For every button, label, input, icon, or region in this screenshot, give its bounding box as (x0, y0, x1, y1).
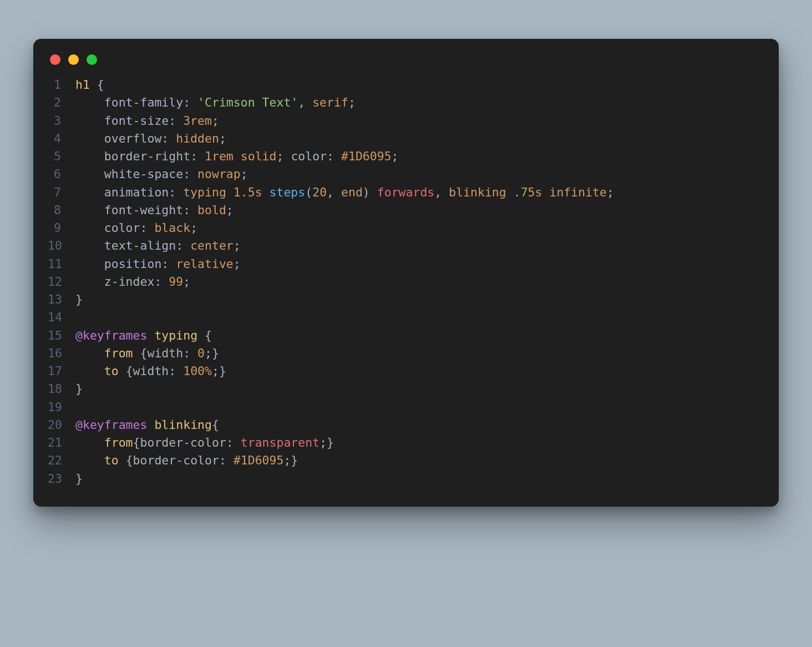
token-plain (75, 453, 104, 467)
token-punc: : (140, 221, 155, 235)
code-line: 20@keyframes blinking{ (48, 416, 764, 434)
token-punc: : (154, 275, 169, 289)
line-number: 17 (48, 362, 75, 380)
token-plain (75, 203, 104, 217)
code-line: 11 position: relative; (48, 255, 764, 273)
token-name: transparent (241, 436, 319, 449)
token-punc: } (75, 382, 83, 396)
code-line: 6 white-space: nowrap; (48, 165, 764, 183)
token-punc: : (226, 436, 241, 449)
code-window: 1h1 {2 font-family: 'Crimson Text', seri… (33, 39, 779, 507)
code-content: @keyframes blinking{ (75, 416, 219, 434)
code-content: color: black; (75, 219, 197, 237)
code-line: 23} (48, 470, 764, 488)
code-editor[interactable]: 1h1 {2 font-family: 'Crimson Text', seri… (33, 72, 779, 507)
token-punc: : (169, 364, 183, 378)
token-prop: font-family (104, 95, 183, 109)
token-plain (75, 346, 104, 360)
minimize-icon[interactable] (68, 54, 79, 65)
token-punc: { (126, 453, 133, 467)
token-punc: ;} (319, 436, 334, 449)
code-line: 1h1 { (48, 76, 764, 94)
line-number: 13 (48, 291, 75, 309)
token-val: typing (183, 185, 226, 199)
token-val: black (154, 221, 190, 235)
line-number: 19 (48, 398, 75, 416)
code-content: position: relative; (75, 255, 241, 273)
token-plain (147, 418, 154, 432)
token-punc: { (205, 328, 212, 342)
line-number: 20 (48, 416, 75, 434)
token-punc: : (183, 167, 197, 181)
zoom-icon[interactable] (87, 54, 97, 65)
token-val: infinite (549, 185, 607, 199)
line-number: 11 (48, 255, 75, 273)
token-plain (119, 453, 126, 467)
token-plain (506, 185, 514, 199)
token-val: hidden (176, 132, 219, 145)
token-punc: ; (392, 149, 399, 163)
token-punc: ; (183, 275, 190, 289)
token-punc: : (169, 185, 183, 199)
code-line: 16 from {width: 0;} (48, 345, 764, 362)
token-val: 1rem (205, 149, 234, 163)
line-number: 14 (48, 309, 75, 326)
token-sel: h1 (75, 78, 90, 92)
token-prop: border-color (140, 436, 226, 449)
token-punc: ; (348, 95, 356, 109)
token-prop: z-index (104, 275, 155, 289)
line-number: 16 (48, 345, 75, 362)
token-punc: ; (241, 167, 248, 181)
token-punc: : (176, 239, 190, 252)
token-prop: font-weight (104, 203, 183, 217)
token-punc: ; (226, 203, 234, 217)
code-content: font-family: 'Crimson Text', serif; (75, 94, 356, 112)
code-content: h1 { (75, 76, 104, 94)
line-number: 6 (48, 165, 75, 183)
token-prop: text-align (104, 239, 176, 252)
code-line: 19 (48, 398, 764, 416)
line-number: 1 (48, 76, 75, 94)
token-punc: , (327, 185, 341, 199)
token-punc: ;} (212, 364, 226, 378)
token-val: 1.5s (234, 185, 262, 199)
line-number: 23 (48, 470, 75, 488)
line-number: 21 (48, 434, 75, 452)
code-content: to {width: 100%;} (75, 362, 226, 380)
token-plain (75, 275, 104, 289)
token-punc: } (75, 472, 83, 486)
close-icon[interactable] (50, 54, 60, 65)
token-punc: ; (234, 239, 241, 252)
token-punc: { (140, 346, 148, 360)
token-fn: steps (270, 185, 306, 199)
token-prop: color (104, 221, 140, 235)
token-prop: animation (104, 185, 169, 199)
token-punc: } (75, 292, 83, 306)
token-plain (542, 185, 550, 199)
code-line: 22 to {border-color: #1D6095;} (48, 452, 764, 469)
token-val: center (190, 239, 234, 252)
code-line: 3 font-size: 3rem; (48, 112, 764, 130)
token-plain (75, 95, 104, 109)
token-kw: @keyframes (75, 418, 147, 432)
code-line: 7 animation: typing 1.5s steps(20, end) … (48, 184, 764, 201)
code-line: 15@keyframes typing { (48, 327, 764, 345)
token-prop: white-space (104, 167, 183, 181)
token-punc: ;} (283, 453, 298, 467)
token-punc: ; (212, 114, 219, 128)
token-punc: ; (219, 132, 226, 145)
line-number: 5 (48, 148, 75, 165)
token-punc: : (183, 95, 197, 109)
token-sel: typing (154, 328, 197, 342)
token-plain (119, 364, 126, 378)
token-punc: ( (305, 185, 312, 199)
token-punc: { (97, 78, 104, 92)
token-val: 0 (197, 346, 205, 360)
code-line: 17 to {width: 100%;} (48, 362, 764, 380)
code-line: 18} (48, 380, 764, 398)
token-sel: to (104, 453, 119, 467)
token-val: 20 (312, 185, 327, 199)
token-str: 'Crimson Text' (197, 95, 298, 109)
token-punc: : (161, 132, 176, 145)
token-plain (133, 346, 140, 360)
